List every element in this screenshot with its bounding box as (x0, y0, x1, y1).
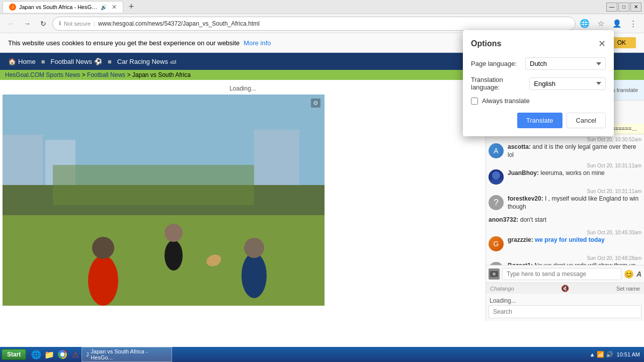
cookie-text: This website uses cookies to ensure you … (8, 39, 239, 47)
chat-time-2: Sun Oct 20, 10:31:11am (489, 163, 641, 168)
popup-buttons: Translate Cancel (471, 113, 606, 128)
chat-footer: Chatango 🔇 Set name (486, 283, 644, 294)
popup-close-button[interactable]: ✕ (598, 38, 606, 49)
nav-home[interactable]: 🏠 Home (5, 56, 39, 67)
svg-point-10 (92, 237, 114, 259)
always-translate-checkbox-label: Always translate (482, 97, 530, 105)
tab-title: Japan vs South Africa - HesGo... (19, 4, 98, 10)
chat-input-field[interactable] (502, 268, 621, 280)
chat-time-6: Sun Oct 20, 10:48:28am (489, 255, 641, 261)
video-placeholder (3, 95, 325, 306)
taskbar-chrome-icon[interactable] (56, 348, 68, 360)
chat-message-3: Sun Oct 20, 10:31:11am ? forestkev20: I … (489, 189, 641, 211)
maximize-button[interactable]: □ (618, 3, 629, 12)
username-4: anon3732: (489, 216, 518, 223)
svg-point-12 (244, 238, 264, 258)
chat-messages[interactable]: Sun Oct 20, 10:30:52am A ascotta: and it… (486, 134, 644, 265)
chat-message-6: Sun Oct 20, 10:48:28am ? Bozeat1: No we … (489, 255, 641, 265)
refresh-button[interactable]: ↻ (36, 17, 50, 31)
search-input[interactable] (489, 305, 641, 318)
address-bar[interactable]: ℹ Not secure | www.hesgoal.com/news/5437… (52, 17, 576, 31)
nav-divider-2: ■ (108, 58, 112, 65)
taskbar: Start 🌐 📁 ⚠ J Japan vs South Africa - He… (0, 347, 644, 362)
popup-header: Options ✕ (471, 38, 606, 49)
always-translate-checkbox[interactable] (471, 98, 478, 105)
page-language-row: Page language: Dutch English French Germ… (471, 57, 606, 70)
nav-car-racing[interactable]: Car Racing News 🏎 (114, 56, 180, 67)
chat-message-1: Sun Oct 20, 10:30:52am A ascotta: and it… (489, 137, 641, 159)
sidebar-loading-text: Loading... (489, 296, 641, 305)
tab-close-button[interactable]: ✕ (112, 4, 117, 11)
translate-icon-button[interactable]: 🌐 (578, 17, 592, 31)
always-translate-row: Always translate (471, 97, 606, 105)
minimize-button[interactable]: — (606, 3, 617, 12)
url-text: www.hesgoal.com/news/54372/Japan_vs_Sout… (98, 20, 569, 27)
profile-button[interactable]: 👤 (610, 17, 624, 31)
username-5: grazzzie: (508, 236, 533, 243)
svg-point-8 (165, 224, 183, 242)
security-icon: ℹ (59, 20, 61, 27)
svg-point-15 (492, 171, 500, 179)
svg-point-21 (61, 353, 64, 356)
bookmark-button[interactable]: ☆ (594, 17, 608, 31)
svg-rect-16 (489, 179, 504, 185)
tray-clock: 10:51 AM (617, 351, 640, 357)
avatar-forestkev20-1: ? (489, 195, 504, 210)
translate-button[interactable]: Translate (517, 113, 562, 128)
close-button[interactable]: ✕ (630, 3, 641, 12)
emoji-icon[interactable]: 😊 (624, 269, 634, 279)
mute-icon[interactable]: 🔇 (561, 285, 569, 292)
forward-button[interactable]: → (20, 17, 34, 31)
not-secure-label: Not secure (64, 21, 91, 27)
breadcrumb-sep-2: > (127, 71, 132, 78)
breadcrumb-home[interactable]: HesGoal.COM Sports News (5, 71, 80, 78)
breadcrumb-sep-1: > (82, 71, 87, 78)
username-3: forestkev20: (508, 195, 543, 202)
tray-up-icon[interactable]: ▲ (590, 351, 595, 357)
video-container[interactable]: ⚙ (3, 95, 325, 306)
browser-tab[interactable]: J Japan vs South Africa - HesGo... 🔊 ✕ (3, 1, 123, 13)
taskbar-right: ▲ 📶 🔊 10:51 AM (590, 351, 644, 358)
taskbar-warning-icon[interactable]: ⚠ (69, 348, 82, 360)
tray-sound-icon[interactable]: 🔊 (606, 351, 613, 358)
username-1: ascotta: (508, 143, 531, 150)
chat-camera-icon (489, 268, 500, 280)
chat-message-4: anon3732: don't start (489, 215, 641, 226)
title-bar: J Japan vs South Africa - HesGo... 🔊 ✕ +… (0, 0, 644, 14)
breadcrumb-football[interactable]: Football News (87, 71, 125, 78)
menu-button[interactable]: ⋮ (626, 17, 640, 31)
svg-rect-4 (254, 130, 299, 185)
cancel-button[interactable]: Cancel (567, 113, 606, 128)
translation-language-select[interactable]: English French German Spanish (529, 77, 606, 90)
taskbar-ie-icon[interactable]: 🌐 (30, 348, 42, 360)
video-settings-icon: ⚙ (311, 99, 320, 108)
nav-football-news[interactable]: Football News ⚽ (48, 56, 105, 67)
avatar-grazzzie: G (489, 236, 504, 251)
open-app-title: Japan vs South Africa - HesGo... (91, 348, 168, 360)
avatar-juanbhoy (489, 169, 504, 185)
svg-point-18 (493, 273, 496, 276)
taskbar-open-app[interactable]: J Japan vs South Africa - HesGo... (82, 347, 172, 362)
translation-language-row: Translation language: English French Ger… (471, 76, 606, 91)
set-name-button[interactable]: Set name (616, 286, 640, 292)
tray-network-icon[interactable]: 📶 (597, 351, 604, 358)
svg-rect-5 (3, 215, 325, 306)
nav-divider-1: ■ (41, 58, 45, 65)
taskbar-folder-icon[interactable]: 📁 (43, 348, 55, 360)
svg-point-11 (242, 253, 267, 298)
tab-favicon: J (9, 4, 16, 11)
breadcrumb-current: Japan vs South Africa (132, 71, 191, 78)
football-icon: ⚽ (94, 58, 102, 65)
chat-text-4: don't start (520, 216, 546, 223)
avatar-ascotta: A (489, 143, 504, 158)
new-tab-button[interactable]: + (125, 1, 137, 13)
home-icon: 🏠 (8, 58, 16, 65)
svg-point-9 (88, 255, 118, 306)
font-icon[interactable]: A (636, 270, 641, 278)
page-language-select[interactable]: Dutch English French German (525, 57, 606, 70)
back-button[interactable]: ← (4, 17, 18, 31)
start-button[interactable]: Start (2, 349, 26, 360)
more-info-link[interactable]: More info (244, 39, 271, 47)
racing-icon: 🏎 (170, 58, 177, 65)
nav-car-racing-label: Car Racing News (117, 58, 168, 65)
